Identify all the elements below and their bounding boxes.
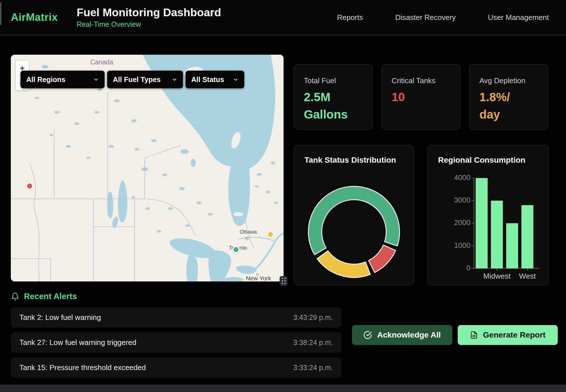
map-island-akimiski xyxy=(233,212,243,216)
alert-row[interactable]: Tank 15: Pressure threshold exceeded 3:3… xyxy=(11,357,341,378)
chevron-down-icon xyxy=(172,77,177,82)
chevron-down-icon xyxy=(233,77,239,82)
page-title: Fuel Monitoring Dashboard xyxy=(77,6,221,19)
chevron-down-icon xyxy=(93,77,99,82)
stat-label: Total Fuel xyxy=(304,76,372,85)
alert-message: Tank 27: Low fuel warning triggered xyxy=(19,338,136,347)
y-tick-label: 2000 xyxy=(454,218,471,227)
nav-disaster-recovery[interactable]: Disaster Recovery xyxy=(395,13,456,22)
page-subtitle: Real-Time Overview xyxy=(77,20,221,28)
stat-card-total-fuel: Total Fuel 2.5M Gallons xyxy=(294,64,372,130)
alert-time: 3:43:29 p.m. xyxy=(293,313,333,322)
map-marker-normal[interactable] xyxy=(232,246,240,253)
recent-alerts-header: Recent Alerts xyxy=(11,292,77,301)
status-filter-dropdown[interactable]: All Status xyxy=(186,71,244,88)
map-lake-michigan xyxy=(186,255,198,281)
alert-row[interactable]: Tank 27: Low fuel warning triggered 3:38… xyxy=(11,332,341,353)
document-icon xyxy=(470,331,478,339)
alerts-title: Recent Alerts xyxy=(24,292,77,301)
alert-time: 3:33:24 p.m. xyxy=(293,364,333,372)
brand-logo[interactable]: AirMatrix xyxy=(11,11,58,23)
donut-segment-critical[interactable] xyxy=(368,245,396,273)
x-tick-label: West xyxy=(519,272,536,280)
fuel-type-filter-value: All Fuel Types xyxy=(113,75,161,84)
map-city-label-new-york: New York xyxy=(246,275,271,281)
bar-col1[interactable] xyxy=(476,178,488,268)
acknowledge-all-button[interactable]: Acknowledge All xyxy=(352,325,452,345)
map-filters: All Regions All Fuel Types All Status xyxy=(21,71,244,88)
donut-segment-normal[interactable] xyxy=(308,186,400,255)
status-filter-value: All Status xyxy=(191,75,224,84)
stat-card-avg-depletion: Avg Depletion 1.8%/ day xyxy=(469,64,548,130)
map-country-label: Canada xyxy=(90,58,113,66)
check-circle-icon xyxy=(363,331,372,339)
y-tick-label: 4000 xyxy=(454,173,471,182)
stat-label: Critical Tanks xyxy=(392,76,460,85)
map-marker-warning[interactable] xyxy=(267,231,274,238)
bar-chart: 01000200030004000MidwestWest xyxy=(428,145,549,285)
region-filter-value: All Regions xyxy=(26,75,66,84)
acknowledge-all-label: Acknowledge All xyxy=(377,330,441,340)
alert-message: Tank 15: Pressure threshold exceeded xyxy=(19,363,146,372)
y-tick-label: 3000 xyxy=(454,196,471,204)
nav-reports[interactable]: Reports xyxy=(337,13,363,22)
map-resize-handle[interactable] xyxy=(280,276,288,286)
stat-value: 2.5M Gallons xyxy=(304,89,372,123)
header: AirMatrix Fuel Monitoring Dashboard Real… xyxy=(0,0,566,35)
bar-Midwest[interactable] xyxy=(491,201,503,268)
y-tick-label: 0 xyxy=(467,264,471,272)
generate-report-label: Generate Report xyxy=(483,330,545,340)
donut-chart xyxy=(294,145,414,285)
tank-status-chart-card: Tank Status Distribution xyxy=(294,145,414,285)
bar-col3[interactable] xyxy=(506,223,518,269)
x-tick-label: Midwest xyxy=(483,272,511,280)
app-root: AirMatrix Fuel Monitoring Dashboard Real… xyxy=(0,0,566,392)
bottom-bar xyxy=(0,385,566,392)
bar-West[interactable] xyxy=(522,205,534,268)
map-canvas[interactable]: Canada Ottawa Toronto New York xyxy=(11,55,284,281)
title-block: Fuel Monitoring Dashboard Real-Time Over… xyxy=(77,6,221,28)
map[interactable]: Canada Ottawa Toronto New York + − All R… xyxy=(11,55,284,281)
stat-value: 10 xyxy=(392,89,460,106)
alert-time: 3:38:24 p.m. xyxy=(293,338,333,347)
stat-value: 1.8%/ day xyxy=(479,89,548,123)
generate-report-button[interactable]: Generate Report xyxy=(458,325,558,345)
donut-segment-warning[interactable] xyxy=(317,251,370,277)
alert-row[interactable]: Tank 2: Low fuel warning 3:43:29 p.m. xyxy=(11,307,341,328)
map-marker-critical[interactable] xyxy=(26,182,33,190)
y-tick-label: 1000 xyxy=(454,241,471,250)
regional-consumption-chart-card: Regional Consumption 01000200030004000Mi… xyxy=(427,145,549,285)
fuel-type-filter-dropdown[interactable]: All Fuel Types xyxy=(107,71,183,88)
stat-label: Avg Depletion xyxy=(479,76,548,85)
stat-card-critical-tanks: Critical Tanks 10 xyxy=(382,64,460,130)
region-filter-dropdown[interactable]: All Regions xyxy=(21,71,105,88)
alert-message: Tank 2: Low fuel warning xyxy=(19,313,101,322)
bell-icon xyxy=(11,292,19,301)
nav-user-management[interactable]: User Management xyxy=(488,13,549,22)
scrollbar-notch[interactable] xyxy=(0,2,1,25)
main-nav: Reports Disaster Recovery User Managemen… xyxy=(337,13,549,22)
map-city-label-ottawa: Ottawa xyxy=(240,229,257,235)
